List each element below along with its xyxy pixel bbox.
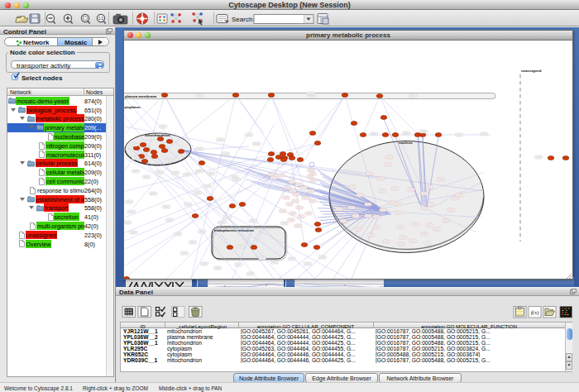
svg-text:plasma membrane: plasma membrane <box>125 94 157 98</box>
svg-text:1:1: 1:1 <box>98 17 104 21</box>
svg-text:endoplasmic reticulum: endoplasmic reticulum <box>214 228 254 232</box>
svg-text:unassigned: unassigned <box>521 69 542 73</box>
svg-text:Search:: Search: <box>232 16 255 23</box>
svg-text:nucleus: nucleus <box>399 141 413 145</box>
svg-text:cytoplasm: cytoplasm <box>124 105 141 109</box>
svg-text:f(x): f(x) <box>531 309 539 316</box>
